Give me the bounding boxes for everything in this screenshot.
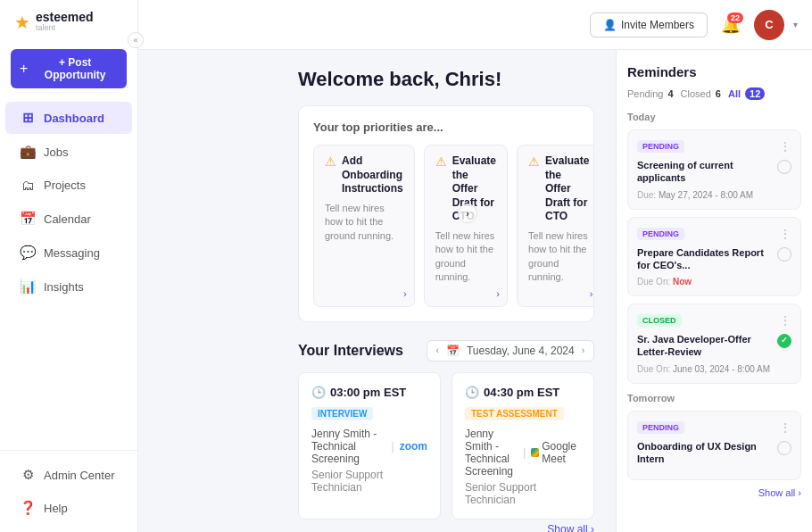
due-value-1: May 27, 2024 - 8:00 AM [659, 190, 753, 200]
sidebar-item-calendar[interactable]: 📅 Calendar [5, 203, 132, 235]
sidebar-label-calendar: Calendar [44, 212, 91, 226]
reminder-text-1: Screening of current applicants [637, 159, 772, 185]
tab-all[interactable]: All 12 [728, 88, 765, 99]
priority-title-3: Evaluate the Offer Draft for CTO [545, 154, 589, 224]
reminder-badge-row-t1: PENDING ⋮ [637, 420, 791, 435]
reminder-check-3[interactable]: ✓ [777, 334, 791, 348]
carousel-next-button[interactable]: › [458, 204, 477, 223]
main-content: Welcome back, Chris! Your top priorities… [138, 0, 616, 532]
interview-card-1[interactable]: 🕒 03:00 pm EST INTERVIEW Jenny Smith - T… [298, 372, 441, 520]
reminder-check-t1[interactable] [777, 441, 791, 455]
reminder-menu-t1[interactable]: ⋮ [779, 420, 791, 435]
reminder-check-2[interactable] [777, 247, 791, 262]
closed-count: 6 [716, 88, 721, 99]
current-date: Tuesday, June 4, 2024 [467, 345, 575, 357]
reminder-due-3: Due On: June 03, 2024 - 8:00 AM [637, 364, 791, 374]
sidebar-item-insights[interactable]: 📊 Insights [5, 270, 132, 303]
calendar-icon: 📅 [20, 211, 36, 227]
reminders-title: Reminders [627, 64, 801, 79]
priority-desc-2: Tell new hires how to hit the ground run… [435, 229, 496, 285]
priority-item-1[interactable]: ⚠ Add Onboarding Instructions Tell new h… [313, 145, 415, 307]
reminder-badge-row-2: PENDING ⋮ [637, 227, 791, 241]
sidebar-collapse-button[interactable]: « [128, 32, 144, 48]
interview-badge-2: TEST ASSESSMENT [465, 407, 564, 420]
sidebar-item-dashboard[interactable]: ⊞ Dashboard [5, 102, 132, 134]
header: 👤 Invite Members 🔔 22 C ▾ [138, 0, 616, 50]
sidebar-label-projects: Projects [44, 179, 86, 192]
reminder-card-3[interactable]: CLOSED ⋮ Sr. Java Developer-Offer Letter… [627, 303, 801, 384]
reminder-check-1[interactable] [777, 160, 791, 174]
all-count: 12 [745, 87, 765, 100]
sidebar-item-help[interactable]: ❓ Help [5, 492, 132, 524]
sidebar: ★ esteemed talent + + Post Opportunity ⊞… [0, 0, 138, 532]
due-value-2: Now [673, 277, 692, 287]
reminder-status-2: PENDING [637, 228, 684, 240]
reminder-card-1[interactable]: PENDING ⋮ Screening of current applicant… [627, 129, 801, 210]
invite-members-button[interactable]: 👤 Invite Members [590, 12, 616, 37]
logo-name: esteemed [36, 11, 94, 24]
arrow-icon-3: › [590, 288, 593, 299]
admin-icon: ⚙ [20, 467, 36, 483]
priorities-card: Your top priorities are... ⚠ Add Onboard… [298, 105, 594, 322]
sidebar-label-admin: Admin Center [44, 469, 114, 482]
tab-closed[interactable]: Closed 6 [681, 88, 721, 99]
prev-date-button[interactable]: ‹ [436, 345, 439, 355]
reminders-tabs: Pending 4 Closed 6 All 12 [627, 88, 801, 99]
reminder-text-row-2: Prepare Candidates Report for CEO's... [637, 246, 791, 272]
reminder-badge-row-3: CLOSED ⋮ [637, 313, 791, 328]
calendar-mini-icon: 📅 [446, 345, 460, 357]
priority-desc-1: Tell new hires how to hit the ground run… [325, 202, 403, 243]
interview-name-1: Jenny Smith - Technical Screening [311, 428, 386, 465]
reminder-status-3: CLOSED [637, 314, 682, 327]
person-icon: 👤 [603, 19, 616, 31]
post-opportunity-button[interactable]: + + Post Opportunity [11, 49, 127, 88]
reminder-due-2: Due On: Now [637, 277, 791, 287]
priority-desc-3: Tell new hires how to hit the ground run… [528, 229, 589, 285]
reminders-panel: Reminders Pending 4 Closed 6 All 12 Toda… [616, 50, 812, 532]
dashboard-icon: ⊞ [20, 110, 36, 126]
show-all-interviews[interactable]: Show all › [298, 523, 594, 532]
due-label-3: Due On: [637, 364, 670, 374]
reminder-status-1: PENDING [637, 140, 684, 153]
due-label-2: Due On: [637, 277, 670, 287]
tomorrow-label: Tomorrow [627, 393, 801, 403]
sidebar-item-admin[interactable]: ⚙ Admin Center [5, 459, 132, 491]
gmeet-link-2[interactable]: Google Meet [531, 440, 581, 465]
today-label: Today [627, 112, 801, 122]
reminder-card-2[interactable]: PENDING ⋮ Prepare Candidates Report for … [627, 217, 801, 297]
zoom-link-1[interactable]: zoom [400, 440, 427, 453]
warning-icon-2: ⚠ [435, 154, 447, 169]
post-opportunity-label: + Post Opportunity [32, 56, 118, 81]
due-label-1: Due: [637, 190, 656, 200]
pending-count: 4 [667, 88, 673, 99]
reminder-menu-2[interactable]: ⋮ [779, 227, 791, 241]
interview-time-1: 03:00 pm EST [330, 386, 406, 399]
insights-icon: 📊 [20, 278, 36, 295]
reminder-text-row-3: Sr. Java Developer-Offer Letter-Review ✓ [637, 333, 791, 359]
help-icon: ❓ [20, 500, 36, 516]
interview-role-1: Senior Support Technician [311, 469, 427, 494]
sidebar-label-messaging: Messaging [44, 246, 100, 260]
reminder-menu-1[interactable]: ⋮ [779, 139, 791, 154]
interview-person-2: Jenny Smith - Technical Screening | Goog… [465, 428, 581, 478]
sidebar-item-messaging[interactable]: 💬 Messaging [5, 237, 132, 269]
date-navigator[interactable]: ‹ 📅 Tuesday, June 4, 2024 › [427, 340, 594, 362]
sidebar-item-jobs[interactable]: 💼 Jobs [5, 136, 132, 168]
reminder-menu-3[interactable]: ⋮ [779, 313, 791, 328]
arrow-icon-2: › [496, 288, 500, 299]
interviews-section: Your Interviews ‹ 📅 Tuesday, June 4, 202… [298, 340, 594, 532]
interview-name-2: Jenny Smith - Technical Screening [465, 428, 518, 478]
tab-pending[interactable]: Pending 4 [627, 88, 674, 99]
sidebar-item-projects[interactable]: 🗂 Projects [5, 170, 132, 201]
next-date-button[interactable]: › [582, 345, 584, 355]
interview-card-2[interactable]: 🕒 04:30 pm EST TEST ASSESSMENT Jenny Smi… [452, 372, 594, 520]
priority-item-2[interactable]: ⚠ Evaluate the Offer Draft for CTO Tell … [424, 145, 508, 307]
priority-item-3[interactable]: ⚠ Evaluate the Offer Draft for CTO Tell … [517, 145, 594, 307]
show-all-reminders[interactable]: Show all › [627, 487, 801, 498]
reminder-text-2: Prepare Candidates Report for CEO's... [637, 246, 772, 272]
interview-person-1: Jenny Smith - Technical Screening | zoom [311, 428, 427, 465]
reminder-card-tomorrow-1[interactable]: PENDING ⋮ Onboarding of UX Design Intern [627, 411, 801, 481]
reminder-status-t1: PENDING [637, 421, 684, 434]
due-value-3: June 03, 2024 - 8:00 AM [673, 364, 770, 374]
warning-icon-3: ⚠ [528, 154, 540, 169]
